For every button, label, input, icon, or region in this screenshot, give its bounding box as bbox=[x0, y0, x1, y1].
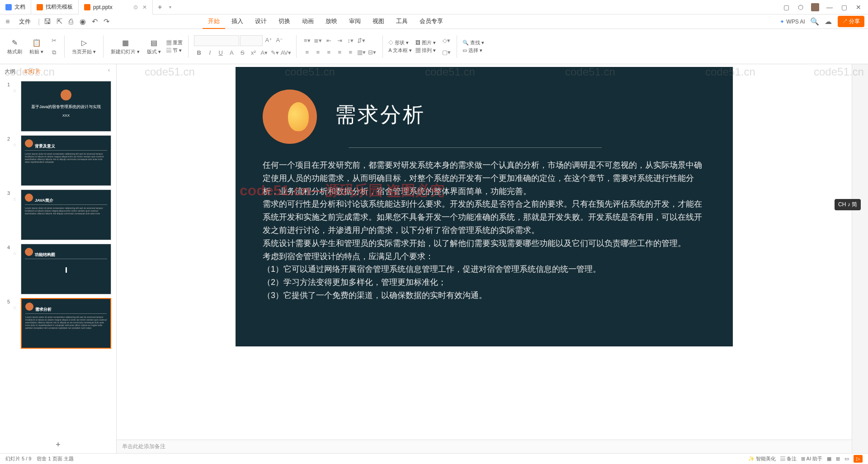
font-color-icon[interactable]: A▾ bbox=[259, 48, 269, 58]
star-icon[interactable]: ☆ bbox=[13, 81, 18, 132]
minimize-icon[interactable]: — bbox=[826, 3, 834, 11]
ai-helper[interactable]: ⊞ AI 助手 bbox=[801, 455, 822, 462]
tab-tools[interactable]: 工具 bbox=[391, 14, 413, 29]
thumbnail-5[interactable]: 需求分析Lorem ipsum dolor sit amet consectet… bbox=[21, 298, 111, 349]
smart-beautify[interactable]: ✨ 智能美化 bbox=[748, 455, 776, 462]
justify-icon[interactable]: ≡ bbox=[335, 47, 344, 57]
tab-templates[interactable]: 找稻壳模板 bbox=[31, 0, 79, 14]
arrange-button[interactable]: ▦ 排列 ▾ bbox=[415, 47, 436, 54]
superscript-icon[interactable]: x² bbox=[248, 48, 258, 58]
preview-icon[interactable]: ◉ bbox=[79, 18, 87, 26]
textbox-button[interactable]: A 文本框 ▾ bbox=[388, 47, 412, 54]
layout-button[interactable]: ▤版式 ▾ bbox=[145, 37, 163, 56]
tab-docs[interactable]: 文档 bbox=[0, 0, 31, 14]
slide-canvas[interactable]: 需求分析 任何一个项目在开发研究前，都需要对研发系统本身的需求做一个认真的分析，… bbox=[236, 67, 733, 346]
bullets-icon[interactable]: ≡▾ bbox=[302, 36, 312, 46]
tab-transition[interactable]: 切换 bbox=[273, 14, 296, 29]
wps-ai-button[interactable]: ✦WPS AI bbox=[780, 19, 805, 25]
char-spacing-icon[interactable]: AV▾ bbox=[281, 48, 291, 58]
avatar-icon[interactable] bbox=[811, 3, 819, 11]
distribute-icon[interactable]: ≡ bbox=[345, 47, 355, 57]
strike-icon[interactable]: S bbox=[237, 48, 247, 58]
add-slide-button[interactable]: + bbox=[0, 436, 116, 453]
star-icon[interactable]: ☆ bbox=[13, 298, 18, 349]
new-slide-button[interactable]: ▦新建幻灯片 ▾ bbox=[109, 37, 142, 56]
tab-menu-icon[interactable]: ⊙ bbox=[133, 4, 138, 10]
font-select[interactable] bbox=[194, 35, 239, 46]
file-menu[interactable]: 文件 bbox=[15, 16, 34, 28]
pin-icon[interactable]: ▢ bbox=[782, 3, 790, 11]
start-from-button[interactable]: ▷当页开始 ▾ bbox=[70, 37, 98, 56]
tab-add[interactable]: + bbox=[153, 3, 167, 11]
italic-icon[interactable]: I bbox=[205, 48, 215, 58]
star-icon[interactable]: ☆ bbox=[13, 135, 18, 186]
font-grow-icon[interactable]: A⁺ bbox=[264, 35, 274, 45]
export-icon[interactable]: ⇱ bbox=[55, 18, 63, 26]
paste-button[interactable]: 📋粘贴 ▾ bbox=[28, 37, 45, 56]
view-sorter-icon[interactable]: ⊞ bbox=[836, 456, 840, 462]
save-icon[interactable]: 🖫 bbox=[43, 18, 52, 26]
underline-icon[interactable]: U bbox=[216, 48, 226, 58]
share-button[interactable]: ↗ 分享 bbox=[838, 16, 864, 27]
outline-tab[interactable]: 大纲 bbox=[3, 67, 17, 76]
copy-icon[interactable]: ⧉ bbox=[49, 47, 59, 57]
outdent-icon[interactable]: ⇤ bbox=[324, 36, 334, 46]
tab-vip[interactable]: 会员专享 bbox=[414, 14, 448, 29]
columns-icon[interactable]: ▥▾ bbox=[356, 47, 366, 57]
star-icon[interactable]: ☆ bbox=[13, 244, 18, 294]
tab-dropdown-icon[interactable]: ▾ bbox=[169, 5, 171, 9]
thumbnail-2[interactable]: 背景及意义Lorem ipsum dolor sit amet consecte… bbox=[21, 135, 111, 186]
search-icon[interactable]: 🔍 bbox=[811, 18, 819, 26]
tab-ppt[interactable]: ppt.pptx ⊙ ✕ bbox=[79, 0, 153, 14]
format-painter-button[interactable]: ✎格式刷 bbox=[5, 37, 24, 56]
view-reading-icon[interactable]: ▭ bbox=[844, 456, 849, 462]
section-button[interactable]: ▤ 节 ▾ bbox=[166, 47, 183, 54]
reset-button[interactable]: ▦ 重置 bbox=[166, 39, 183, 46]
view-slideshow-icon[interactable]: ▷ bbox=[854, 455, 863, 463]
select-button[interactable]: ▭ 选择 ▾ bbox=[462, 47, 484, 54]
cloud-icon[interactable]: ☁ bbox=[824, 18, 832, 26]
slides-tab[interactable]: 幻灯片 bbox=[23, 67, 42, 76]
valign-icon[interactable]: ⊟▾ bbox=[367, 47, 377, 57]
notes-toggle[interactable]: ▤ 备注 bbox=[780, 455, 797, 462]
shape-button[interactable]: ◇ 形状 ▾ bbox=[388, 39, 412, 46]
star-icon[interactable]: ☆ bbox=[13, 189, 18, 240]
collapse-icon[interactable]: ‹ bbox=[108, 67, 113, 76]
notes-input[interactable]: 单击此处添加备注 bbox=[117, 440, 852, 453]
close-icon[interactable]: ✕ bbox=[142, 4, 147, 10]
tab-slideshow[interactable]: 放映 bbox=[320, 14, 343, 29]
tab-animation[interactable]: 动画 bbox=[297, 14, 319, 29]
redo-icon[interactable]: ↷ bbox=[102, 18, 110, 26]
undo-icon[interactable]: ↶ bbox=[90, 18, 99, 26]
thumbnail-1[interactable]: 基于Java的宿舍管理系统的设计与实现 XXX bbox=[21, 81, 111, 132]
text-direction-icon[interactable]: ⇵▾ bbox=[356, 36, 366, 46]
fill-icon[interactable]: ◇▾ bbox=[441, 36, 451, 46]
shadow-icon[interactable]: A bbox=[226, 48, 236, 58]
font-shrink-icon[interactable]: A⁻ bbox=[274, 35, 284, 45]
view-normal-icon[interactable]: ▦ bbox=[827, 456, 831, 462]
tab-insert[interactable]: 插入 bbox=[226, 14, 249, 29]
cube-icon[interactable]: ⬡ bbox=[797, 3, 805, 11]
numbering-icon[interactable]: ≣▾ bbox=[313, 36, 323, 46]
align-left-icon[interactable]: ≡ bbox=[302, 47, 312, 57]
size-select[interactable] bbox=[240, 35, 263, 46]
image-button[interactable]: 🖼 图片 ▾ bbox=[415, 39, 436, 46]
tab-review[interactable]: 审阅 bbox=[344, 14, 366, 29]
print-icon[interactable]: ⎙ bbox=[67, 18, 75, 26]
align-center-icon[interactable]: ≡ bbox=[313, 47, 323, 57]
find-button[interactable]: 🔍 查找 ▾ bbox=[462, 39, 484, 46]
tab-start[interactable]: 开始 bbox=[203, 14, 225, 29]
indent-icon[interactable]: ⇥ bbox=[335, 36, 344, 46]
line-spacing-icon[interactable]: ↕▾ bbox=[345, 36, 355, 46]
highlight-icon[interactable]: ✎▾ bbox=[270, 48, 280, 58]
hamburger-icon[interactable]: ≡ bbox=[4, 18, 12, 26]
align-right-icon[interactable]: ≡ bbox=[324, 47, 334, 57]
thumbnail-3[interactable]: JAVA简介Lorem ipsum dolor sit amet consect… bbox=[21, 189, 111, 240]
cut-icon[interactable]: ✂ bbox=[49, 36, 59, 46]
bold-icon[interactable]: B bbox=[194, 48, 204, 58]
tab-view[interactable]: 视图 bbox=[367, 14, 390, 29]
maximize-icon[interactable]: ▢ bbox=[840, 3, 848, 11]
tab-design[interactable]: 设计 bbox=[250, 14, 272, 29]
window-close-icon[interactable]: ✕ bbox=[854, 3, 863, 11]
outline-icon[interactable]: ▢▾ bbox=[441, 47, 451, 57]
